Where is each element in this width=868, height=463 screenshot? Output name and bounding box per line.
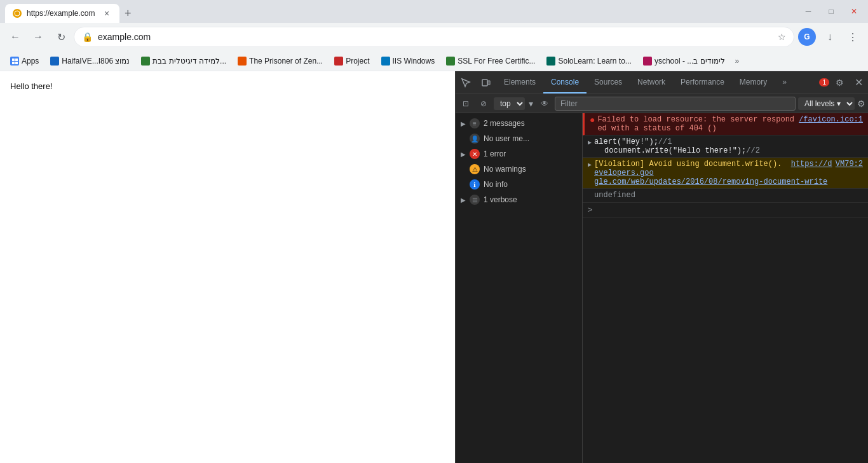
active-tab[interactable]: https://example.com × — [5, 4, 119, 23]
filter-verbose-label: 1 verbose — [484, 195, 577, 204]
svg-point-0 — [15, 11, 20, 16]
dt-settings-icon[interactable]: ⚙ — [829, 73, 850, 93]
hello-text: Hello there! — [10, 81, 445, 91]
error-badge: 1 — [819, 78, 829, 86]
expand-arrow-icon: ▶ — [461, 120, 466, 127]
bookmark-project-label: Project — [346, 57, 369, 66]
bookmark-apps-label: Apps — [22, 57, 39, 66]
console-undefined-line: ▶ undefined — [583, 189, 868, 203]
bookmark-star-icon[interactable]: ☆ — [778, 32, 786, 42]
svg-rect-5 — [482, 79, 487, 86]
console-filter-input[interactable] — [555, 97, 796, 111]
close-window-button[interactable]: ✕ — [845, 3, 863, 20]
bookmarks-bar: Apps HaifaIVE...I806 נמוצ למידה דיגיטלית… — [0, 51, 868, 71]
filter-error-label: 1 error — [484, 149, 577, 158]
bookmark-prisoner[interactable]: The Prisoner of Zen... — [233, 55, 328, 67]
bookmark-lemida[interactable]: למידה דיגיטלית בבת... — [136, 55, 231, 67]
chrome-menu-icon[interactable]: ⋮ — [843, 27, 863, 47]
bookmark-iis[interactable]: IIS Windows — [376, 55, 440, 67]
maximize-button[interactable]: □ — [822, 3, 840, 20]
filter-info-label: No info — [484, 180, 577, 189]
forward-button[interactable]: → — [28, 27, 48, 47]
svg-rect-4 — [15, 62, 18, 64]
filter-verbose[interactable]: ▶ ☰ 1 verbose — [456, 192, 582, 207]
google-icon: G — [798, 28, 816, 46]
bookmark-yschool-label: yschool - ...לימודים ב — [654, 57, 725, 66]
tab-performance[interactable]: Performance — [673, 71, 732, 93]
warning-icon: ⚠ — [470, 164, 480, 174]
devtools-panel: Elements Console Sources Network Perform… — [455, 71, 868, 463]
eye-icon[interactable]: 👁 — [537, 96, 552, 111]
bookmark-project[interactable]: Project — [329, 55, 374, 67]
context-selector[interactable]: top — [494, 97, 525, 110]
filter-user-label: No user me... — [484, 134, 577, 143]
console-error-line: ● Failed to load resource: the server re… — [583, 113, 868, 135]
bookmark-haifa-label: HaifaIVE...I806 נמוצ — [62, 57, 130, 66]
filter-errors[interactable]: ▶ ✕ 1 error — [456, 146, 582, 162]
tab-network[interactable]: Network — [630, 71, 673, 93]
new-tab-button[interactable]: + — [119, 4, 137, 23]
bookmark-yschool[interactable]: yschool - ...לימודים ב — [638, 55, 730, 67]
minimize-button[interactable]: ─ — [799, 3, 817, 20]
bookmark-haifa[interactable]: HaifaIVE...I806 נמוצ — [45, 55, 135, 67]
filter-warnings[interactable]: ▶ ⚠ No warnings — [456, 162, 582, 177]
bookmarks-more-button[interactable]: » — [731, 55, 743, 67]
filter-info[interactable]: ▶ ℹ No info — [456, 177, 582, 192]
google-account-icon[interactable]: G — [797, 27, 817, 47]
violation-expand-icon[interactable]: ▶ — [588, 161, 592, 169]
device-toggle-icon[interactable] — [476, 73, 496, 93]
ssl-favicon — [446, 57, 455, 66]
bookmark-prisoner-label: The Prisoner of Zen... — [249, 57, 323, 66]
filter-user-messages[interactable]: ▶ 👤 No user me... — [456, 131, 582, 146]
messages-icon: ≡ — [470, 118, 480, 128]
filter-messages-label: 2 messages — [484, 119, 577, 128]
log-levels-selector[interactable]: All levels ▾ — [798, 97, 855, 110]
tab-favicon — [13, 9, 22, 18]
bookmark-sololearn-label: SoloLearn: Learn to... — [558, 57, 631, 66]
dt-top-left-icon[interactable]: ⊡ — [458, 96, 473, 111]
console-input[interactable] — [596, 205, 863, 214]
filter-messages[interactable]: ▶ ≡ 2 messages — [456, 116, 582, 131]
bookmark-sololearn[interactable]: SoloLearn: Learn to... — [541, 55, 636, 67]
svg-rect-3 — [12, 62, 15, 64]
refresh-button[interactable]: ↻ — [51, 27, 71, 47]
console-output: ● Failed to load resource: the server re… — [583, 113, 868, 463]
dt-no-entry-icon[interactable]: ⊘ — [476, 96, 491, 111]
console-filter-panel: ▶ ≡ 2 messages ▶ 👤 No user me... ▶ ✕ 1 e… — [456, 113, 583, 463]
info-icon: ℹ — [470, 179, 480, 190]
tab-memory[interactable]: Memory — [732, 71, 775, 93]
dt-gear-icon[interactable]: ⚙ — [857, 99, 865, 109]
bookmark-lemida-label: למידה דיגיטלית בבת... — [153, 57, 226, 66]
back-button[interactable]: ← — [5, 27, 25, 47]
svg-rect-6 — [488, 81, 490, 85]
bookmark-apps[interactable]: Apps — [5, 55, 44, 67]
download-icon[interactable]: ↓ — [820, 27, 840, 47]
address-bar[interactable]: 🔒 example.com ☆ — [74, 27, 794, 47]
webpage: Hello there! — [0, 71, 455, 463]
yschool-favicon — [643, 57, 652, 66]
project-favicon — [334, 57, 343, 66]
tab-console[interactable]: Console — [543, 71, 587, 93]
bookmark-iis-label: IIS Windows — [393, 57, 435, 66]
tab-title: https://example.com — [27, 9, 97, 18]
error-link[interactable]: /favicon.ico:1 — [799, 115, 863, 124]
violation-link[interactable]: https://developers.google.com/web/update… — [594, 160, 832, 186]
violation-location[interactable]: VM79:2 — [836, 160, 863, 169]
tab-elements[interactable]: Elements — [496, 71, 543, 93]
alert-expand-icon[interactable]: ▶ — [588, 139, 592, 146]
tab-sources[interactable]: Sources — [587, 71, 630, 93]
svg-rect-1 — [12, 59, 15, 61]
dt-close-button[interactable]: ✕ — [850, 74, 868, 91]
bookmark-ssl[interactable]: SSL For Free Certific... — [441, 55, 540, 67]
tab-more[interactable]: » — [775, 71, 794, 93]
lemida-favicon — [141, 57, 150, 66]
error-dot-icon: ● — [590, 115, 595, 125]
prisoner-favicon — [238, 57, 247, 66]
tab-close-button[interactable]: × — [102, 8, 112, 18]
iis-favicon — [381, 57, 390, 66]
console-alert-line: ▶ alert("Hey!");//1 document.write("Hell… — [583, 135, 868, 158]
inspect-element-icon[interactable] — [456, 73, 476, 93]
error-icon: ✕ — [470, 149, 480, 159]
user-icon: 👤 — [470, 134, 480, 144]
console-prompt-line[interactable]: > — [583, 203, 868, 218]
